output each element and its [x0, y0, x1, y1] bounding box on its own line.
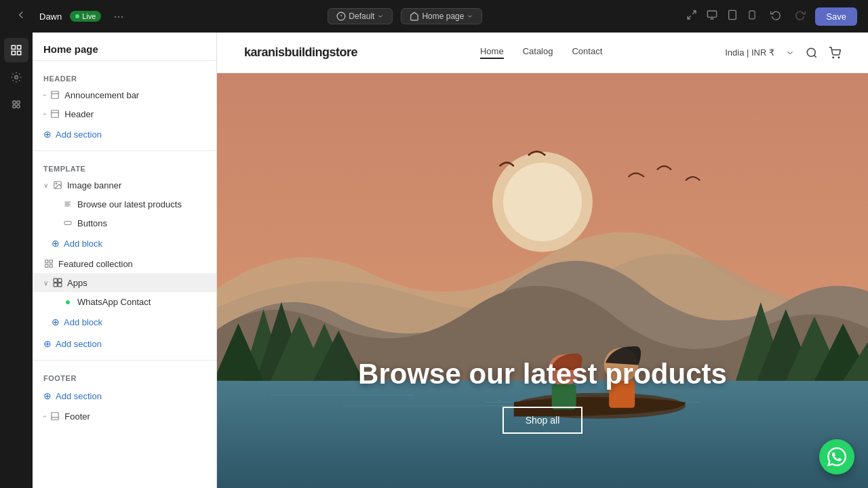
sidebar-icon-settings[interactable]: [4, 65, 28, 89]
svg-rect-14: [12, 52, 15, 55]
nav-contact[interactable]: Contact: [572, 46, 602, 59]
svg-point-20: [17, 105, 20, 108]
live-badge: Live: [70, 11, 101, 22]
text-icon: [62, 199, 73, 209]
plus-icon: ⊕: [52, 317, 60, 327]
apps-icon: [52, 277, 63, 288]
svg-rect-34: [45, 264, 48, 267]
whatsapp-contact-item[interactable]: ● WhatsApp Contact: [33, 292, 216, 311]
image-banner-item[interactable]: ∨ Image banner: [33, 176, 216, 195]
template-group-label: Template: [33, 157, 216, 176]
header-group-label: Header: [33, 66, 216, 85]
buttons-item[interactable]: Buttons: [33, 214, 216, 232]
whatsapp-contact-label: WhatsApp Contact: [77, 297, 151, 307]
default-theme-button[interactable]: Default: [328, 8, 393, 24]
device-icons: [682, 7, 761, 26]
image-icon: [52, 180, 63, 190]
apps-add-block-button[interactable]: ⊕ Add block: [33, 311, 216, 333]
chevron-down-icon: [785, 48, 795, 58]
redo-button[interactable]: [791, 7, 810, 26]
desktop-button[interactable]: [703, 7, 722, 26]
image-banner-label: Image banner: [67, 180, 121, 190]
chevron-icon: ∨: [43, 279, 48, 287]
tablet-button[interactable]: [723, 7, 742, 26]
save-button[interactable]: Save: [815, 7, 857, 26]
svg-point-16: [15, 76, 18, 79]
fullscreen-button[interactable]: [682, 7, 701, 26]
header-item[interactable]: › Header: [33, 104, 216, 123]
svg-rect-8: [729, 10, 736, 19]
layout-icon: [50, 411, 60, 422]
browse-products-label: Browse our latest products: [77, 199, 182, 209]
svg-point-18: [17, 101, 20, 104]
plus-icon: ⊕: [43, 338, 52, 349]
featured-collection-item[interactable]: Featured collection: [33, 254, 216, 273]
svg-rect-15: [18, 52, 21, 55]
more-button[interactable]: ···: [109, 7, 127, 26]
nav-home[interactable]: Home: [480, 46, 504, 59]
live-dot: [75, 14, 79, 18]
store-nav-right: India | INR ₹: [725, 47, 841, 59]
footer-group-label: Footer: [33, 366, 216, 385]
store-logo: karanisbuildingstore: [244, 45, 357, 60]
svg-rect-36: [54, 279, 57, 282]
cart-icon[interactable]: [829, 47, 841, 59]
plus-icon: ⊕: [43, 390, 52, 401]
svg-rect-21: [52, 92, 59, 99]
hero-banner: Browse our latest products Shop all: [217, 73, 868, 488]
chevron-icon: ›: [41, 94, 48, 96]
svg-rect-33: [50, 260, 52, 263]
topbar-right: Save: [682, 7, 857, 26]
chevron-icon: ∨: [43, 182, 48, 189]
svg-rect-38: [54, 283, 57, 287]
footer-item[interactable]: › Footer: [33, 407, 216, 426]
svg-line-4: [688, 16, 691, 19]
store-region: India | INR ₹: [725, 47, 774, 58]
layout-icon: [50, 108, 60, 119]
grid-icon: [43, 258, 54, 269]
svg-point-45: [838, 57, 840, 58]
header-label: Header: [64, 109, 94, 119]
sidebar-icon-apps[interactable]: [4, 92, 28, 117]
svg-point-17: [13, 101, 16, 104]
topbar-left: Dawn Live ···: [11, 6, 127, 26]
store-nav: karanisbuildingstore Home Catalog Contac…: [217, 33, 868, 73]
mobile-button[interactable]: [743, 7, 761, 26]
svg-point-48: [503, 163, 582, 241]
undo-button[interactable]: [766, 7, 785, 26]
divider: [33, 360, 216, 361]
svg-rect-39: [58, 283, 62, 287]
topbar-center: Default Home page: [328, 8, 482, 24]
browse-products-item[interactable]: Browse our latest products: [33, 195, 216, 214]
svg-rect-37: [58, 279, 62, 282]
left-panel: Home page Header › Announcement bar › He…: [33, 33, 217, 488]
chevron-icon: ›: [41, 415, 48, 417]
back-button[interactable]: [11, 6, 31, 26]
svg-point-42: [807, 48, 815, 56]
whatsapp-float-button[interactable]: [819, 439, 854, 474]
search-icon[interactable]: [806, 47, 818, 59]
sidebar-icon-sections[interactable]: [4, 38, 28, 62]
announcement-bar-item[interactable]: › Announcement bar: [33, 85, 216, 104]
chevron-icon: ›: [41, 113, 48, 115]
footer-add-section-button[interactable]: ⊕ Add section: [33, 385, 216, 407]
store-nav-links: Home Catalog Contact: [480, 46, 602, 59]
template-add-section-button[interactable]: ⊕ Add section: [33, 333, 216, 354]
apps-item[interactable]: ∨ Apps: [33, 273, 216, 292]
svg-rect-12: [12, 45, 15, 49]
svg-point-19: [13, 105, 16, 108]
button-icon: [62, 218, 73, 228]
hero-content: Browse our latest products Shop all: [217, 358, 868, 434]
homepage-button[interactable]: Home page: [401, 8, 482, 24]
sidebar-icons: [0, 33, 33, 488]
svg-rect-23: [52, 110, 59, 118]
header-add-section-button[interactable]: ⊕ Add section: [33, 123, 216, 145]
hero-cta-button[interactable]: Shop all: [502, 407, 583, 434]
footer-label: Footer: [64, 411, 90, 422]
image-banner-add-block-button[interactable]: ⊕ Add block: [33, 232, 216, 254]
featured-collection-label: Featured collection: [58, 259, 133, 269]
preview-area: karanisbuildingstore Home Catalog Contac…: [217, 33, 868, 488]
topbar: Dawn Live ··· Default Home page: [0, 0, 868, 33]
nav-catalog[interactable]: Catalog: [523, 46, 553, 59]
plus-icon: ⊕: [52, 238, 60, 249]
